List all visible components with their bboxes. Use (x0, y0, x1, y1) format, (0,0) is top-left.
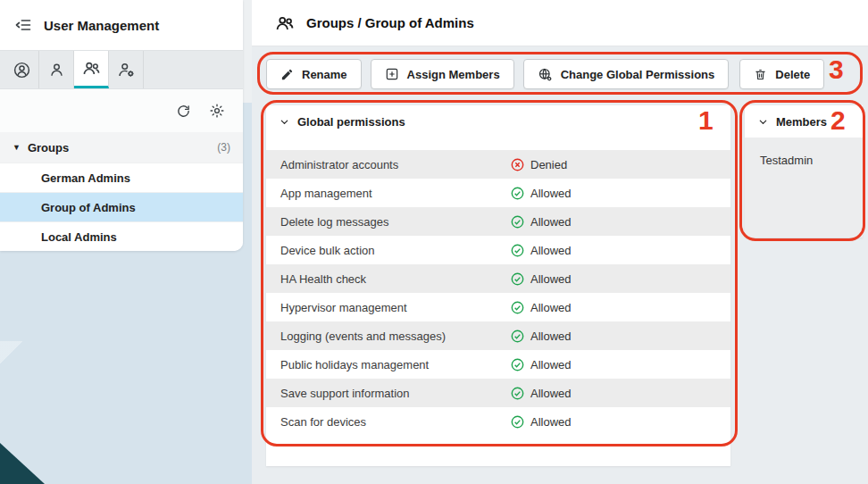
main-header: Groups / Group of Admins (252, 0, 868, 46)
breadcrumb: Groups / Group of Admins (306, 15, 474, 30)
tree-count: (3) (217, 141, 230, 154)
tree-item-label: Local Admins (41, 230, 117, 244)
permission-status: Allowed (511, 415, 572, 429)
status-label: Denied (530, 158, 567, 171)
tree-expand-icon: ▼ (13, 143, 21, 152)
member-item[interactable]: Testadmin (760, 154, 813, 167)
assign-members-icon (385, 67, 399, 81)
allowed-icon (511, 415, 524, 429)
permission-row: Delete log messages Allowed (266, 207, 730, 236)
tree-item-group-of-admins[interactable]: Group of Admins (0, 192, 243, 221)
permission-status: Allowed (511, 358, 572, 371)
app-window: User Management (0, 0, 868, 484)
sidebar-actions (0, 89, 243, 132)
tree-item-local-admins[interactable]: Local Admins (0, 221, 243, 251)
collapse-sidebar-icon[interactable] (14, 16, 32, 34)
trash-icon (754, 68, 767, 81)
permission-row: HA Health check Allowed (266, 264, 730, 293)
user-group-icon (82, 59, 101, 78)
sidebar: User Management (0, 0, 252, 484)
allowed-icon (511, 244, 524, 257)
change-global-permissions-button[interactable]: Change Global Permissions (523, 59, 730, 89)
status-label: Allowed (530, 387, 572, 400)
tree-item-german-admins[interactable]: German Admins (0, 163, 243, 192)
members-panel: Members Testadmin (745, 105, 863, 238)
globe-gear-icon (538, 67, 553, 82)
denied-icon (511, 158, 524, 171)
permission-status: Denied (511, 158, 567, 171)
tab-user-settings[interactable] (109, 51, 144, 88)
members-title: Members (776, 115, 827, 129)
allowed-icon (511, 215, 524, 229)
sidebar-tabs (0, 50, 243, 89)
permission-name: Delete log messages (280, 215, 511, 229)
tree-root-label: Groups (28, 141, 69, 154)
sidebar-title: User Management (44, 18, 159, 33)
assign-members-button[interactable]: Assign Members (371, 59, 514, 89)
decorative-band (0, 341, 161, 484)
main-area: Groups / Group of Admins Rename Assign M… (252, 0, 868, 484)
allowed-icon (511, 187, 524, 200)
permission-name: App management (280, 187, 511, 200)
rename-button[interactable]: Rename (266, 59, 362, 89)
permission-status: Allowed (511, 215, 572, 229)
delete-label: Delete (775, 68, 810, 81)
permission-status: Allowed (511, 244, 572, 257)
permission-name: Administrator accounts (280, 158, 511, 171)
permission-row: Logging (events and messages) Allowed (266, 321, 730, 350)
user-circle-icon (13, 61, 31, 79)
members-header[interactable]: Members (745, 105, 863, 138)
permission-row: Scan for devices Allowed (266, 407, 730, 436)
pencil-icon (280, 68, 294, 81)
status-label: Allowed (530, 415, 572, 429)
members-list: Testadmin (745, 138, 863, 238)
status-label: Allowed (530, 272, 572, 286)
permission-row: Hypervisor management Allowed (266, 293, 730, 321)
permission-status: Allowed (511, 330, 572, 343)
permission-name: Device bulk action (280, 244, 511, 257)
tree-group-header[interactable]: ▼ Groups (3) (0, 132, 243, 163)
permission-row: Device bulk action Allowed (266, 236, 730, 264)
sidebar-card: User Management (0, 0, 243, 251)
delete-button[interactable]: Delete (739, 59, 824, 89)
change-global-permissions-label: Change Global Permissions (561, 68, 715, 81)
user-gear-icon (117, 61, 136, 79)
permission-status: Allowed (511, 387, 572, 400)
permission-name: HA Health check (280, 272, 511, 286)
sync-settings-icon[interactable] (209, 103, 225, 119)
groups-tree: ▼ Groups (3) German Admins Group of Admi… (0, 132, 243, 251)
decorative-wedge (0, 443, 45, 484)
permission-name: Save support information (280, 387, 511, 400)
permission-status: Allowed (511, 272, 572, 286)
permission-name: Hypervisor management (280, 301, 511, 314)
global-permissions-header[interactable]: Global permissions (266, 105, 730, 138)
status-label: Allowed (530, 330, 572, 343)
tab-users[interactable] (39, 51, 74, 88)
refresh-icon[interactable] (176, 104, 191, 119)
status-label: Allowed (530, 215, 572, 229)
tree-item-label: German Admins (41, 171, 130, 185)
allowed-icon (511, 272, 524, 286)
user-icon (48, 62, 65, 79)
permission-name: Logging (events and messages) (280, 330, 511, 343)
status-label: Allowed (530, 187, 572, 200)
status-label: Allowed (530, 244, 572, 257)
permission-name: Scan for devices (280, 415, 511, 429)
rename-label: Rename (302, 68, 347, 81)
content: Global permissions Administrator account… (252, 98, 868, 466)
permissions-table: Administrator accounts Denied App manage… (266, 150, 730, 436)
status-label: Allowed (530, 301, 572, 314)
tab-groups[interactable] (74, 51, 109, 88)
status-label: Allowed (530, 358, 572, 371)
assign-members-label: Assign Members (407, 68, 500, 81)
chevron-down-icon (758, 117, 768, 127)
allowed-icon (511, 387, 524, 400)
permission-row: App management Allowed (266, 179, 730, 207)
toolbar: Rename Assign Members (252, 46, 868, 98)
permission-row: Public holidays management Allowed (266, 350, 730, 379)
allowed-icon (511, 301, 524, 314)
permission-row: Save support information Allowed (266, 379, 730, 407)
tab-user-profile[interactable] (4, 51, 39, 88)
global-permissions-panel: Global permissions Administrator account… (266, 105, 730, 466)
chevron-down-icon (280, 117, 289, 127)
